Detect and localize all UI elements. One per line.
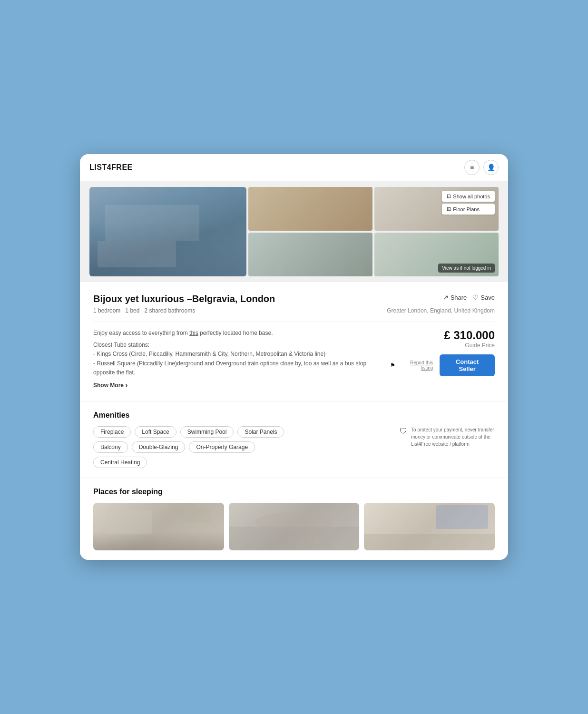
listing-title: Bijoux yet luxurious –Belgravia, London xyxy=(93,293,275,304)
description-line4: - Russell Square (Piccadilly Line)dergro… xyxy=(93,359,381,377)
price-value: £ 310.000 xyxy=(390,329,495,342)
shield-icon: 🛡 xyxy=(400,427,407,436)
photos-icon: ⊡ xyxy=(447,193,451,199)
listing-meta: 1 bedroom · 1 bed · 2 shared bathrooms xyxy=(93,307,195,314)
description-line3: - Kings Cross (Circle, Piccadilly, Hamme… xyxy=(93,350,381,359)
gallery-photo-4[interactable] xyxy=(248,233,372,276)
main-content: Bijoux yet luxurious –Belgravia, London … xyxy=(80,282,508,401)
security-notice: 🛡 To protect your payment, never transfe… xyxy=(400,426,495,468)
sleeping-photo-2[interactable] xyxy=(229,503,360,550)
contact-seller-button[interactable]: Contact Seller xyxy=(440,354,495,376)
amenity-balcony: Balcony xyxy=(93,441,128,453)
share-button[interactable]: ↗ Share xyxy=(443,293,467,301)
header-actions: ↗ Share ♡ Save xyxy=(443,293,495,301)
nav-bar: LIST4FREE ≡ 👤 xyxy=(80,154,508,181)
flag-icon: ⚑ xyxy=(390,362,395,369)
menu-icon: ≡ xyxy=(470,164,474,171)
view-as-logged-out-button[interactable]: View as if not logged in xyxy=(438,264,495,273)
sleeping-grid xyxy=(93,503,495,550)
amenity-solar-panels: Solar Panels xyxy=(237,426,284,438)
photo-gallery: ⊡ Show all photos ⊞ Floor Plans xyxy=(80,181,508,282)
description-line1: Enjoy easy access to everything from thi… xyxy=(93,329,381,338)
content-grid: Enjoy easy access to everything from thi… xyxy=(93,329,495,390)
share-icon: ↗ xyxy=(443,293,449,301)
nav-icons: ≡ 👤 xyxy=(464,160,499,175)
floor-plans-icon: ⊞ xyxy=(447,206,451,212)
amenity-garage: On-Property Garage xyxy=(189,441,255,453)
amenity-central-heating: Central Heating xyxy=(93,457,147,468)
report-listing-link[interactable]: Report this listing xyxy=(398,360,433,371)
amenity-double-glazing: Double-Glazing xyxy=(132,441,186,453)
contact-row: ⚑ Report this listing Contact Seller xyxy=(390,354,495,376)
gallery-photo-2[interactable] xyxy=(248,187,372,231)
description-highlight: this xyxy=(189,330,198,336)
menu-button[interactable]: ≡ xyxy=(464,160,480,175)
heart-icon: ♡ xyxy=(472,293,479,301)
amenity-loft-space: Loft Space xyxy=(135,426,176,438)
logo: LIST4FREE xyxy=(89,163,133,172)
sleeping-section: Places for sleeping xyxy=(80,478,508,560)
amenities-section: Amenities Fireplace Loft Space Swimming … xyxy=(80,401,508,478)
sleeping-photo-1[interactable] xyxy=(93,503,224,550)
floor-plans-button[interactable]: ⊞ Floor Plans xyxy=(442,204,495,215)
amenities-tags: Fireplace Loft Space Swimming Pool Solar… xyxy=(93,426,294,468)
gallery-overlay-buttons: ⊡ Show all photos ⊞ Floor Plans xyxy=(442,191,495,215)
amenity-fireplace: Fireplace xyxy=(93,426,131,438)
main-gallery-photo[interactable] xyxy=(89,187,246,276)
chevron-right-icon: › xyxy=(125,381,127,390)
listing-location: Greater London, England, United Kingdom xyxy=(387,307,495,315)
amenities-grid: Fireplace Loft Space Swimming Pool Solar… xyxy=(93,426,495,468)
browser-window: LIST4FREE ≡ 👤 ⊡ Show all photos ⊞ Floor … xyxy=(80,154,508,560)
show-all-photos-button[interactable]: ⊡ Show all photos xyxy=(442,191,495,202)
security-text: To protect your payment, never transfer … xyxy=(411,426,495,448)
content-divider xyxy=(93,322,495,322)
description-line2: Closest Tube stations: xyxy=(93,341,381,350)
user-icon: 👤 xyxy=(487,164,495,171)
listing-header: Bijoux yet luxurious –Belgravia, London … xyxy=(93,293,495,304)
sleeping-title: Places for sleeping xyxy=(93,488,495,496)
amenities-title: Amenities xyxy=(93,411,495,420)
price-section: £ 310.000 Guide Price ⚑ Report this list… xyxy=(390,329,495,390)
show-more-button[interactable]: Show More › xyxy=(93,381,127,390)
save-button[interactable]: ♡ Save xyxy=(472,293,495,301)
description-section: Enjoy easy access to everything from thi… xyxy=(93,329,381,390)
price-label: Guide Price xyxy=(390,342,495,349)
user-button[interactable]: 👤 xyxy=(483,160,499,175)
amenity-swimming-pool: Swimming Pool xyxy=(180,426,234,438)
sleeping-photo-3[interactable] xyxy=(364,503,495,550)
